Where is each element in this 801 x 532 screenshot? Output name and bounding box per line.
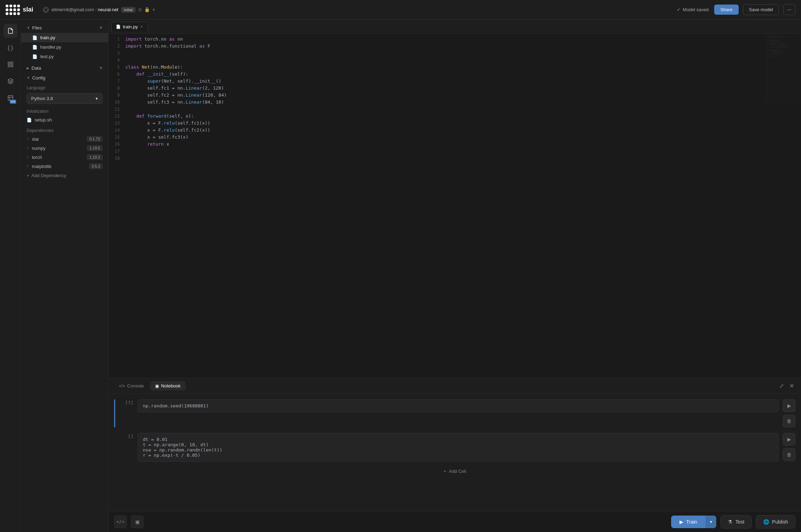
main-layout: {} 1% ▼ (0, 20, 801, 532)
dep-item-numpy: ⑂ numpy 1.19.5 (21, 144, 108, 153)
train-chevron-icon: ▾ (710, 519, 712, 524)
config-section-header[interactable]: ▼ Config (21, 73, 108, 83)
code-line-16: 16 return x (109, 141, 801, 148)
close-panel-button[interactable]: ✕ (788, 381, 795, 391)
train-dropdown-button[interactable]: ▾ (705, 516, 716, 528)
initialization-label: Initialization (21, 105, 108, 115)
dep-item-slai: ⑂ slai 0.1.72 (21, 134, 108, 144)
code-line-4: 4 (109, 57, 801, 64)
setup-file-item[interactable]: 📄 setup.sh (21, 115, 108, 125)
code-line-9: 9 self.fc2 = nn.Linear(120, 84) (109, 92, 801, 99)
code-line-2: 2 import torch.nn.functional as F (109, 43, 801, 50)
train-button[interactable]: ▶ Train (671, 516, 705, 528)
data-section-header[interactable]: ▶ Data + (21, 63, 108, 73)
topbar: slai ◯ elimernit@gmail.com / neural-net … (0, 0, 801, 20)
console-icon: </> (119, 384, 125, 388)
logo-dot (17, 12, 20, 15)
file-item-testpy[interactable]: 📄 test.py (21, 52, 108, 61)
expand-panel-button[interactable]: ⤢ (778, 381, 785, 391)
files-section-header[interactable]: ▼ Files + (21, 22, 108, 33)
bottom-action-bar: </> ▣ ▶ Train ▾ ⚗ Test 🌐 Pu (109, 511, 801, 532)
tab-trainpy[interactable]: 📄 train.py ✕ (111, 22, 148, 31)
code-minimap: import torch.nn as nn import torch.nn.fu… (766, 34, 801, 104)
tab-console[interactable]: </> Console (114, 381, 149, 391)
saved-text: Model saved. (683, 7, 710, 12)
cell-bracket-1: [7] (119, 399, 133, 405)
globe-icon: 🌐 (763, 519, 769, 525)
add-cell-button[interactable]: + Add Cell (109, 464, 801, 478)
dep-version: 3.5.2 (89, 163, 103, 169)
sidebar-item-code[interactable]: {} (4, 41, 18, 55)
setup-file-icon: 📄 (27, 118, 32, 122)
cell-actions-1: ▶ 🗑 (783, 399, 795, 427)
tab-close-button[interactable]: ✕ (140, 24, 143, 29)
notebook-content: [7] np.random.seed(19680801) ▶ 🗑 [] dt =… (109, 394, 801, 511)
dep-version: 0.1.72 (87, 136, 103, 142)
setup-file-name: setup.sh (35, 117, 52, 122)
tab-notebook[interactable]: ▣ Notebook (150, 381, 186, 391)
bottom-panel: </> Console ▣ Notebook ⤢ ✕ [7] np.random… (109, 378, 801, 511)
version-badge[interactable]: initial (121, 7, 135, 13)
dep-version: 1.10.2 (87, 154, 103, 160)
code-editor[interactable]: 1 import torch.nn as nn 2 import torch.n… (109, 34, 801, 378)
publish-label: Publish (772, 519, 788, 525)
add-data-button[interactable]: + (99, 65, 103, 71)
lock-icon[interactable]: 🔒 (144, 7, 150, 12)
sidebar-item-deploy[interactable] (4, 74, 18, 88)
sidebar-item-logs[interactable]: 1% (4, 91, 18, 105)
sidebar-item-grid[interactable] (4, 57, 18, 71)
dep-name: torch (32, 155, 42, 160)
train-button-group: ▶ Train ▾ (671, 516, 716, 528)
logo-dots-grid (6, 5, 20, 15)
svg-rect-0 (8, 62, 10, 64)
more-options-button[interactable]: ⋯ (783, 4, 795, 15)
add-file-button[interactable]: + (99, 24, 103, 31)
train-play-icon: ▶ (680, 519, 683, 525)
file-item-handlerpy[interactable]: 📄 handler.py (21, 42, 108, 52)
cell-code-2[interactable]: dt = 0.01 t = np.arange(0, 10, dt) nse =… (138, 433, 779, 462)
save-model-button[interactable]: Save model (743, 4, 779, 15)
code-view-button[interactable]: </> (114, 516, 127, 528)
svg-rect-3 (11, 65, 13, 67)
saved-status: ✓ Model saved. (677, 7, 710, 12)
panel-tabs: </> Console ▣ Notebook ⤢ ✕ (109, 378, 801, 394)
publish-button[interactable]: 🌐 Publish (756, 515, 795, 528)
code-line-5: 5 class Net(nn.Module): (109, 64, 801, 71)
chevron-down-icon[interactable]: ▾ (153, 7, 155, 12)
logo-dot (9, 12, 12, 15)
code-line-17: 17 (109, 148, 801, 155)
run-cell-2-button[interactable]: ▶ (783, 433, 795, 446)
file-item-trainpy[interactable]: 📄 train.py (21, 33, 108, 42)
icon-bar: {} 1% (0, 20, 21, 532)
editor-tabs: 📄 train.py ✕ (109, 20, 801, 34)
logo-dot (6, 12, 8, 15)
notebook-icon: ▣ (155, 384, 159, 388)
logs-badge: 1% (10, 100, 16, 104)
logo-dot (6, 5, 8, 7)
tab-file-icon: 📄 (116, 24, 121, 29)
add-dependency-button[interactable]: + Add Dependency (21, 171, 108, 180)
share-button[interactable]: Share (714, 5, 739, 15)
logo-dot (9, 8, 12, 11)
file-name: train.py (40, 35, 55, 40)
code-view-icon: </> (116, 519, 124, 524)
code-line-7: 7 super(Net, self).__init__() (109, 78, 801, 85)
add-dep-icon: + (27, 173, 29, 178)
dep-name: matplotlib (32, 164, 51, 169)
cell-code-1[interactable]: np.random.seed(19680801) (138, 399, 779, 412)
notebook-view-button[interactable]: ▣ (131, 516, 144, 528)
test-button[interactable]: ⚗ Test (720, 515, 752, 528)
language-select[interactable]: Python 3.8 ▾ (27, 93, 103, 104)
run-cell-1-button[interactable]: ▶ (783, 399, 795, 412)
delete-cell-2-button[interactable]: 🗑 (783, 448, 795, 461)
language-value: Python 3.8 (31, 96, 53, 101)
sidebar-item-files[interactable] (4, 24, 18, 38)
logo-dot (9, 5, 12, 7)
cell-actions-2: ▶ 🗑 (783, 433, 795, 461)
delete-cell-1-button[interactable]: 🗑 (783, 415, 795, 427)
code-line-18: 18 (109, 155, 801, 162)
copy-icon[interactable]: ⧉ (138, 7, 141, 13)
user-email: elimernit@gmail.com (51, 7, 94, 12)
test-label: Test (735, 519, 744, 525)
breadcrumb: ◯ elimernit@gmail.com / neural-net initi… (43, 7, 668, 13)
